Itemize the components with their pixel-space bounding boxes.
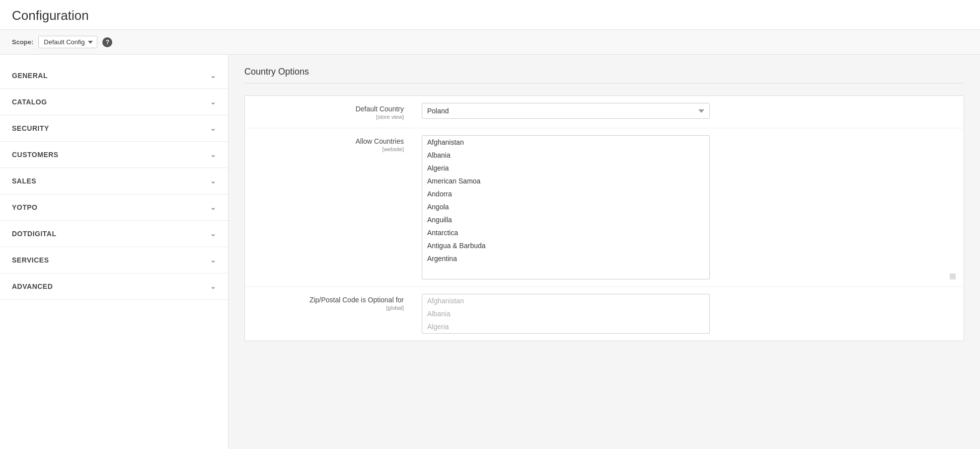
country-option[interactable]: Anguilla — [422, 213, 709, 226]
sidebar-item-label-customers: CUSTOMERS — [12, 151, 59, 159]
country-option[interactable]: Albania — [422, 149, 709, 162]
sidebar-item-header-customers[interactable]: CUSTOMERS ⌄ — [0, 142, 228, 168]
page-title: Configuration — [12, 8, 968, 23]
sidebar-item-label-catalog: CATALOG — [12, 98, 47, 106]
sidebar-item-services[interactable]: SERVICES ⌄ — [0, 247, 228, 273]
default-country-value-area: Poland — [414, 96, 964, 128]
content-area: Country Options Default Country [store v… — [228, 55, 980, 449]
sidebar-item-label-dotdigital: DOTDIGITAL — [12, 230, 57, 238]
country-option[interactable]: Andorra — [422, 187, 709, 200]
default-country-scope: [store view] — [376, 114, 404, 120]
zip-scope: [global] — [386, 305, 404, 311]
section-title: Country Options — [244, 67, 964, 84]
country-option[interactable]: Afghanistan — [422, 136, 709, 149]
chevron-down-icon: ⌄ — [210, 98, 217, 106]
sidebar-item-general[interactable]: GENERAL ⌄ — [0, 63, 228, 89]
allow-countries-listbox-container: AfghanistanAlbaniaAlgeriaAmerican SamoaA… — [422, 135, 956, 279]
country-option[interactable]: Antigua & Barbuda — [422, 239, 709, 252]
chevron-down-icon: ⌄ — [210, 124, 217, 132]
zip-country-option[interactable]: Algeria — [422, 320, 709, 333]
page-header: Configuration — [0, 0, 980, 30]
allow-countries-label: Allow Countries — [356, 137, 404, 145]
sidebar-item-catalog[interactable]: CATALOG ⌄ — [0, 89, 228, 115]
sidebar-item-customers[interactable]: CUSTOMERS ⌄ — [0, 142, 228, 168]
zip-country-option[interactable]: Albania — [422, 307, 709, 320]
zip-country-option[interactable]: Afghanistan — [422, 294, 709, 307]
default-country-label-area: Default Country [store view] — [245, 96, 414, 128]
sidebar-item-advanced[interactable]: ADVANCED ⌄ — [0, 273, 228, 300]
allow-countries-value-area: AfghanistanAlbaniaAlgeriaAmerican SamoaA… — [414, 128, 964, 286]
sidebar-item-header-general[interactable]: GENERAL ⌄ — [0, 63, 228, 89]
country-option[interactable]: Antarctica — [422, 226, 709, 239]
default-country-select[interactable]: Poland — [422, 103, 710, 119]
chevron-down-icon: ⌄ — [210, 151, 217, 159]
sidebar: GENERAL ⌄ CATALOG ⌄ SECURITY ⌄ CUSTOMERS… — [0, 55, 228, 449]
sidebar-item-header-services[interactable]: SERVICES ⌄ — [0, 247, 228, 273]
sidebar-item-label-general: GENERAL — [12, 72, 48, 80]
chevron-down-icon: ⌄ — [210, 256, 217, 264]
sidebar-item-header-yotpo[interactable]: YOTPO ⌄ — [0, 194, 228, 220]
chevron-down-icon: ⌄ — [210, 230, 217, 238]
help-icon[interactable]: ? — [102, 37, 112, 47]
zip-label: Zip/Postal Code is Optional for — [309, 296, 404, 304]
chevron-down-icon: ⌄ — [210, 203, 217, 211]
country-option[interactable]: Angola — [422, 200, 709, 213]
scope-select[interactable]: Default Config — [38, 36, 97, 48]
country-option[interactable]: American Samoa — [422, 175, 709, 187]
resize-handle[interactable] — [950, 273, 956, 279]
sidebar-item-dotdigital[interactable]: DOTDIGITAL ⌄ — [0, 221, 228, 247]
zip-row: Zip/Postal Code is Optional for [global]… — [245, 287, 964, 341]
chevron-down-icon: ⌄ — [210, 72, 217, 80]
main-layout: GENERAL ⌄ CATALOG ⌄ SECURITY ⌄ CUSTOMERS… — [0, 55, 980, 449]
sidebar-item-sales[interactable]: SALES ⌄ — [0, 168, 228, 194]
sidebar-item-label-services: SERVICES — [12, 256, 49, 264]
allow-countries-label-area: Allow Countries [website] — [245, 128, 414, 286]
sidebar-item-label-security: SECURITY — [12, 124, 49, 132]
allow-countries-row: Allow Countries [website] AfghanistanAlb… — [245, 128, 964, 287]
country-option[interactable]: Algeria — [422, 162, 709, 175]
sidebar-item-header-advanced[interactable]: ADVANCED ⌄ — [0, 273, 228, 299]
scope-label: Scope: — [12, 38, 33, 46]
zip-label-area: Zip/Postal Code is Optional for [global] — [245, 287, 414, 341]
chevron-down-icon: ⌄ — [210, 177, 217, 185]
zip-value-area: AfghanistanAlbaniaAlgeria — [414, 287, 964, 341]
scope-bar: Scope: Default Config ? — [0, 30, 980, 55]
sidebar-item-header-security[interactable]: SECURITY ⌄ — [0, 115, 228, 141]
default-country-row: Default Country [store view] Poland — [245, 96, 964, 128]
sidebar-item-header-sales[interactable]: SALES ⌄ — [0, 168, 228, 194]
allow-countries-scope: [website] — [382, 146, 404, 152]
zip-listbox-container: AfghanistanAlbaniaAlgeria — [422, 294, 956, 334]
sidebar-item-header-catalog[interactable]: CATALOG ⌄ — [0, 89, 228, 115]
sidebar-item-header-dotdigital[interactable]: DOTDIGITAL ⌄ — [0, 221, 228, 247]
sidebar-item-security[interactable]: SECURITY ⌄ — [0, 115, 228, 142]
zip-listbox[interactable]: AfghanistanAlbaniaAlgeria — [422, 294, 710, 334]
chevron-down-icon: ⌄ — [210, 282, 217, 290]
allow-countries-listbox[interactable]: AfghanistanAlbaniaAlgeriaAmerican SamoaA… — [422, 135, 710, 279]
default-country-label: Default Country — [356, 105, 404, 113]
form-section: Default Country [store view] Poland Allo… — [244, 95, 964, 341]
sidebar-item-label-yotpo: YOTPO — [12, 203, 38, 211]
sidebar-item-label-sales: SALES — [12, 177, 36, 185]
country-option[interactable]: Argentina — [422, 252, 709, 265]
sidebar-item-yotpo[interactable]: YOTPO ⌄ — [0, 194, 228, 221]
sidebar-item-label-advanced: ADVANCED — [12, 282, 53, 290]
